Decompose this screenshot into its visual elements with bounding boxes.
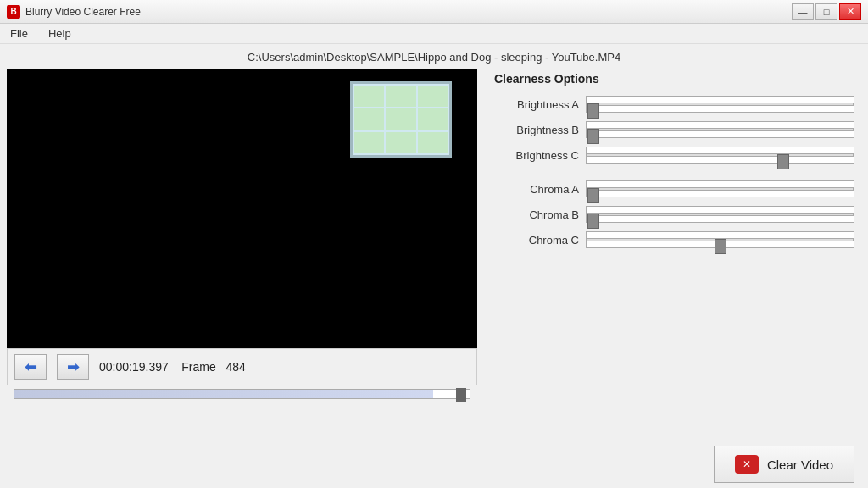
chroma-a-label: Chroma A [494,183,579,196]
forward-arrow-icon: ➡ [67,358,80,376]
clear-video-button[interactable]: ✕ Clear Video [714,446,854,483]
slider-row-brightness-c: Brightness C [494,147,854,164]
chroma-b-label: Chroma B [494,208,579,221]
title-bar-controls: — □ ✕ [792,3,861,20]
timecode-value: 00:00:19.397 [99,360,169,374]
chroma-a-slider[interactable] [587,181,854,197]
progress-track[interactable] [14,389,470,399]
timecode: 00:00:19.397 Frame 484 [99,360,246,374]
video-frame: TF1 - Pierre Coffin - MacGuff Ligne [7,69,477,348]
clear-video-label: Clear Video [767,458,833,472]
window-pane [354,86,384,107]
window-pane [386,108,415,130]
video-controls: ⬅ ➡ 00:00:19.397 Frame 484 [7,348,477,385]
minimize-button[interactable]: — [792,3,814,20]
app-icon: B [7,5,20,19]
title-bar-left: B Blurry Video Clearer Free [7,5,141,19]
brightness-c-track [586,147,854,164]
window-pane [354,108,384,130]
chroma-b-track [586,206,854,223]
app-title: Blurry Video Clearer Free [25,6,141,18]
progress-fill [14,390,433,398]
brightness-a-track [586,96,854,113]
frame-number: 484 [225,360,245,374]
slider-row-chroma-b: Chroma B [494,206,854,223]
main-content: C:\Users\admin\Desktop\SAMPLE\Hippo and … [0,44,868,488]
clear-video-icon: ✕ [735,455,759,474]
window-pane [418,108,448,130]
brightness-a-label: Brightness A [494,98,579,111]
window-pane [354,132,384,153]
window-pane [386,132,415,153]
right-bottom: ✕ Clear Video [0,442,868,488]
file-path: C:\Users\admin\Desktop\SAMPLE\Hippo and … [0,44,868,69]
chroma-c-slider[interactable] [587,232,854,247]
menu-help[interactable]: Help [45,25,75,42]
slider-row-chroma-a: Chroma A [494,180,854,197]
frame-label: Frame [181,360,215,374]
brightness-c-slider[interactable] [587,147,854,163]
clearness-title: Clearness Options [494,72,854,86]
back-button[interactable]: ⬅ [14,354,47,380]
slider-row-brightness-b: Brightness B [494,121,854,138]
chroma-c-track [586,231,854,248]
chroma-b-slider[interactable] [587,207,854,222]
forward-button[interactable]: ➡ [57,354,89,380]
brightness-b-track [586,121,854,138]
content-area: TF1 - Pierre Coffin - MacGuff Ligne ⬅ ➡ … [0,69,868,442]
brightness-b-label: Brightness B [494,124,579,136]
progress-thumb[interactable] [456,388,466,402]
menu-file[interactable]: File [7,25,31,42]
slider-row-brightness-a: Brightness A [494,96,854,113]
chroma-c-label: Chroma C [494,234,579,247]
progress-container [7,385,477,402]
maximize-button[interactable]: □ [815,3,837,20]
menu-bar: File Help [0,24,868,44]
right-panel: Clearness Options Brightness A Brightnes… [487,69,861,442]
video-window [350,81,452,158]
brightness-b-slider[interactable] [587,122,854,137]
spacer-1 [494,172,854,180]
slider-row-chroma-c: Chroma C [494,231,854,248]
video-container: TF1 - Pierre Coffin - MacGuff Ligne ⬅ ➡ … [7,69,477,442]
window-pane [418,132,448,153]
title-bar: B Blurry Video Clearer Free — □ ✕ [0,0,868,24]
black-bar-left [7,69,59,348]
chroma-a-track [586,180,854,197]
brightness-a-slider[interactable] [587,97,854,112]
back-arrow-icon: ⬅ [25,358,37,376]
window-pane [418,86,448,107]
window-pane [386,86,415,107]
brightness-c-label: Brightness C [494,149,579,162]
video-x-icon: ✕ [743,458,751,470]
close-button[interactable]: ✕ [839,3,861,20]
